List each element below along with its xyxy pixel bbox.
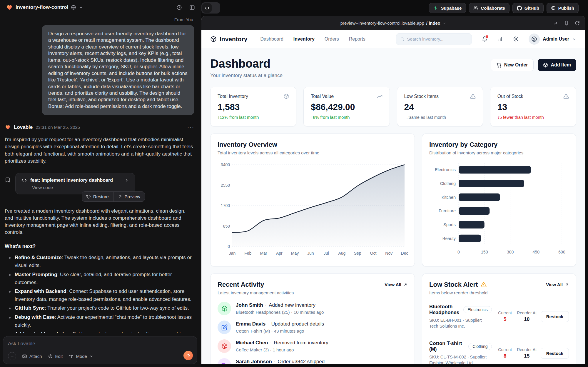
code-preview-toggle[interactable] (201, 2, 220, 14)
history-icon[interactable] (176, 5, 182, 10)
mobile-view-icon[interactable] (564, 21, 569, 26)
window: inventory-flow-control From You Design a… (0, 0, 588, 367)
list-item: Expand with Backend: Connect Supabase to… (5, 287, 194, 303)
dashboard-page: Dashboard Your inventory status at a gla… (201, 48, 585, 364)
bookmark-icon[interactable] (5, 177, 11, 183)
publish-button[interactable]: Publish (547, 3, 579, 13)
chat-input-box[interactable]: Attach Edit Mode (3, 336, 197, 364)
preview-url[interactable]: preview--inventory-flow-control.lovable.… (340, 21, 446, 26)
nav-reports[interactable]: Reports (349, 36, 365, 42)
kpi-low-stock: Low Stock Items 24 →Same as last month (397, 87, 483, 126)
project-name[interactable]: inventory-flow-control (16, 4, 68, 10)
analytics-icon[interactable] (497, 36, 503, 42)
chat-input[interactable] (8, 341, 192, 347)
app-brand[interactable]: Inventory (210, 36, 248, 43)
chat-panel: inventory-flow-control From You Design a… (0, 0, 201, 367)
restore-button[interactable]: Restore (82, 192, 113, 201)
recent-activity-card: Recent Activity Latest inventory managem… (210, 273, 415, 364)
kpi-out-of-stock: Out of Stock 13 ↓5 fewer than last month (490, 87, 576, 126)
github-button[interactable]: GitHub (512, 3, 544, 13)
chat-scroll-area[interactable]: From You Design a responsive and user-fr… (0, 15, 201, 333)
edit-button[interactable]: Edit (48, 354, 63, 359)
list-item: Master Prompting: Use clear, detailed, a… (5, 271, 194, 286)
project-chevron-down-icon[interactable] (79, 5, 83, 10)
supabase-button[interactable]: Supabase (429, 3, 466, 13)
trending-up-icon (377, 94, 382, 99)
message-timestamp: 23:31 on Mar 25, 2025 (36, 125, 80, 130)
svg-text:Sep: Sep (354, 251, 361, 256)
package-icon (283, 94, 289, 99)
supabase-icon (433, 6, 438, 10)
restore-preview-group: Restore Preview (82, 191, 145, 202)
package-icon (543, 63, 548, 68)
low-stock-row: Cotton T-shirt (M) Clothing SKU: CL-TS-M… (429, 335, 569, 364)
restock-button[interactable]: Restock (541, 311, 569, 322)
svg-text:0: 0 (457, 250, 460, 254)
svg-text:Clothing: Clothing (440, 181, 456, 186)
view-all-link[interactable]: View All (546, 282, 569, 287)
sidebar-panel-icon[interactable] (189, 5, 195, 10)
preview-panel: Supabase Collaborate GitHub Publish (201, 0, 588, 367)
warning-triangle-icon (481, 282, 487, 288)
list-item: Add project knowledge: Set key context o… (5, 330, 194, 333)
svg-text:1700: 1700 (221, 203, 230, 208)
open-external-icon[interactable] (553, 21, 558, 26)
notification-dot (486, 35, 488, 38)
chart-subtitle: Total inventory levels across all catego… (218, 150, 407, 155)
svg-text:0: 0 (228, 244, 230, 249)
theme-toggle-sun-icon[interactable] (513, 36, 519, 42)
attach-button[interactable]: Attach (22, 354, 42, 359)
refresh-icon[interactable] (575, 21, 580, 26)
svg-text:May: May (291, 251, 299, 256)
view-code-link[interactable]: View code (32, 185, 129, 190)
preview-button[interactable]: Preview (113, 192, 145, 201)
assistant-summary: I've created a modern inventory dashboar… (5, 208, 194, 236)
notifications-bell-icon[interactable] (482, 36, 487, 42)
alert-triangle-icon (470, 94, 476, 99)
message-options-icon[interactable]: ··· (187, 124, 194, 130)
inventory-category-card: Inventory by Category Distribution of in… (422, 134, 576, 266)
svg-text:2550: 2550 (221, 183, 230, 188)
search-icon (400, 37, 404, 41)
send-button[interactable] (183, 351, 193, 360)
nav-orders[interactable]: Orders (325, 36, 339, 42)
mode-button[interactable]: Mode (69, 354, 93, 359)
avatar (529, 34, 540, 45)
add-attachment-icon[interactable] (8, 352, 16, 360)
chevron-down-icon (572, 37, 576, 41)
restock-button[interactable]: Restock (541, 348, 569, 359)
code-toggle-icon (202, 3, 212, 13)
truck-icon (218, 358, 231, 364)
lovable-heart-icon (5, 124, 11, 130)
svg-text:Oct: Oct (370, 251, 377, 256)
page-subtitle: Your inventory status at a glance (210, 73, 283, 79)
chevron-right-icon[interactable] (125, 178, 129, 182)
activity-row: Sarah Johnson·Order #3842 shipped Desk L… (218, 358, 407, 364)
alert-triangle-icon (563, 94, 569, 99)
assistant-name: Lovable (14, 124, 33, 130)
svg-text:Aug: Aug (338, 251, 345, 256)
new-order-button[interactable]: New Order (491, 59, 534, 71)
collaborate-button[interactable]: Collaborate (469, 3, 510, 13)
svg-text:Dec: Dec (401, 251, 408, 256)
assistant-intro: I'm inspired by your request for an inve… (5, 136, 194, 165)
svg-text:Apr: Apr (276, 251, 283, 256)
published-globe-icon[interactable] (71, 5, 76, 10)
user-menu[interactable]: Admin User (529, 34, 576, 45)
package-plus-icon (218, 302, 231, 315)
activity-row: Emma Davis·Updated product details Cotto… (218, 321, 407, 334)
next-steps-list: Refine & Customize: Tweak the design, an… (5, 253, 194, 333)
nav-dashboard[interactable]: Dashboard (260, 36, 283, 42)
svg-text:Jul: Jul (324, 251, 329, 256)
user-name: Admin User (543, 36, 569, 42)
activity-row: John Smith·Added new inventory Bluetooth… (218, 302, 407, 315)
search-box[interactable] (396, 33, 472, 45)
svg-text:Jun: Jun (307, 251, 314, 256)
chart-title: Inventory Overview (218, 141, 407, 149)
add-item-button[interactable]: Add Item (538, 59, 576, 71)
inventory-app: Inventory Dashboard Inventory Orders Rep… (201, 30, 585, 364)
kpi-total-inventory: Total Inventory 1,583 ↑12% from last mon… (210, 87, 296, 126)
search-input[interactable] (407, 36, 468, 41)
view-all-link[interactable]: View All (385, 282, 407, 287)
nav-inventory[interactable]: Inventory (293, 36, 315, 42)
